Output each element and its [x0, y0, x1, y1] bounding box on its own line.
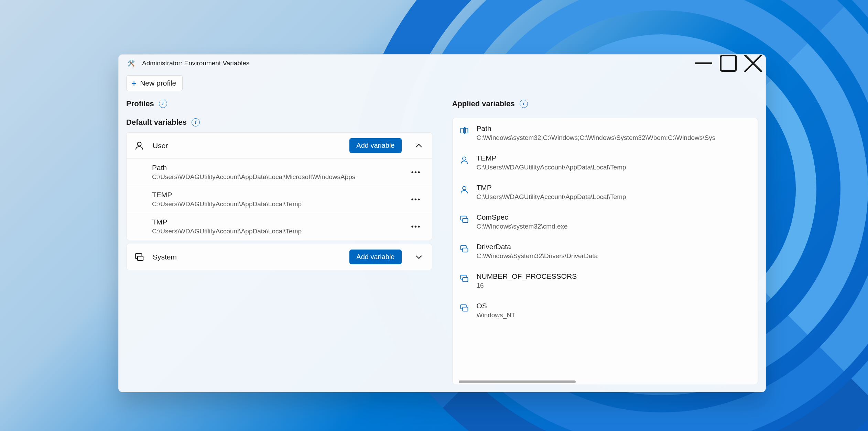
toolbar: + New profile — [119, 72, 766, 99]
default-variables-heading: Default variables — [126, 118, 187, 127]
system-icon — [459, 274, 469, 283]
more-options-button[interactable]: ••• — [408, 220, 424, 233]
system-icon — [459, 244, 469, 254]
applied-variables-heading: Applied variables — [452, 99, 515, 108]
info-icon[interactable]: i — [159, 100, 167, 108]
app-icon: 🛠️ — [127, 59, 135, 67]
more-options-button[interactable]: ••• — [408, 166, 424, 178]
system-group-card: System Add variable — [126, 244, 432, 270]
horizontal-scrollbar[interactable] — [459, 380, 576, 383]
info-icon[interactable]: i — [192, 118, 200, 126]
chevron-down-icon[interactable] — [413, 252, 424, 263]
plus-icon: + — [131, 79, 137, 88]
applied-variable-name: TMP — [477, 184, 750, 192]
user-icon — [459, 185, 469, 195]
user-icon — [459, 155, 469, 165]
system-group-label: System — [153, 253, 341, 261]
profiles-column: Profiles i Default variables i User Add … — [126, 99, 432, 384]
variable-name: TEMP — [152, 191, 408, 199]
rename-icon — [459, 126, 469, 135]
minimize-button[interactable] — [691, 55, 716, 72]
app-window: 🛠️ Administrator: Environment Variables … — [118, 54, 766, 392]
user-group-header[interactable]: User Add variable — [127, 133, 432, 158]
applied-variable-row[interactable]: ComSpecC:\Windows\system32\cmd.exe — [453, 207, 758, 236]
applied-variables-panel[interactable]: PathC:\Windows\system32;C:\Windows;C:\Wi… — [452, 118, 758, 384]
svg-rect-3 — [138, 256, 143, 261]
window-title: Administrator: Environment Variables — [142, 59, 691, 67]
user-group-label: User — [153, 142, 341, 150]
add-variable-system-button[interactable]: Add variable — [349, 250, 401, 264]
svg-rect-5 — [465, 128, 468, 133]
applied-variable-name: ComSpec — [477, 213, 750, 221]
system-icon — [134, 252, 144, 262]
user-group-card: User Add variable Path C:\Users\WDAGUtil… — [126, 132, 432, 240]
system-icon — [459, 214, 469, 224]
applied-variable-name: OS — [477, 302, 750, 310]
new-profile-button[interactable]: + New profile — [126, 75, 183, 91]
svg-rect-11 — [463, 248, 468, 252]
svg-point-7 — [463, 186, 466, 190]
profiles-heading: Profiles — [126, 99, 154, 108]
more-options-button[interactable]: ••• — [408, 193, 424, 206]
svg-rect-0 — [721, 56, 736, 71]
applied-column: Applied variables i PathC:\Windows\syste… — [452, 99, 758, 384]
svg-rect-13 — [463, 278, 468, 282]
applied-variable-value: 16 — [477, 282, 750, 289]
applied-variable-name: DriverData — [477, 243, 750, 251]
variable-row[interactable]: Path C:\Users\WDAGUtilityAccount\AppData… — [127, 158, 432, 186]
applied-variable-row[interactable]: PathC:\Windows\system32;C:\Windows;C:\Wi… — [453, 118, 758, 148]
variable-value: C:\Users\WDAGUtilityAccount\AppData\Loca… — [152, 228, 408, 235]
applied-variable-value: C:\Users\WDAGUtilityAccount\AppData\Loca… — [477, 164, 750, 171]
variable-name: Path — [152, 164, 408, 172]
applied-variable-value: C:\Windows\System32\Drivers\DriverData — [477, 252, 750, 260]
applied-variable-name: Path — [477, 124, 750, 133]
variable-row[interactable]: TMP C:\Users\WDAGUtilityAccount\AppData\… — [127, 213, 432, 240]
variable-row[interactable]: TEMP C:\Users\WDAGUtilityAccount\AppData… — [127, 186, 432, 213]
applied-variable-name: TEMP — [477, 154, 750, 162]
applied-variable-row[interactable]: OSWindows_NT — [453, 296, 758, 325]
svg-rect-15 — [463, 307, 468, 311]
svg-point-6 — [463, 157, 466, 160]
svg-rect-4 — [460, 128, 463, 133]
applied-variable-value: C:\Windows\system32;C:\Windows;C:\Window… — [477, 134, 750, 142]
applied-variable-row[interactable]: TEMPC:\Users\WDAGUtilityAccount\AppData\… — [453, 148, 758, 177]
info-icon[interactable]: i — [520, 100, 528, 108]
applied-variable-value: C:\Users\WDAGUtilityAccount\AppData\Loca… — [477, 193, 750, 201]
applied-variable-value: C:\Windows\system32\cmd.exe — [477, 223, 750, 230]
applied-variable-name: NUMBER_OF_PROCESSORS — [477, 272, 750, 280]
titlebar[interactable]: 🛠️ Administrator: Environment Variables — [119, 55, 766, 72]
svg-rect-9 — [463, 219, 468, 223]
variable-value: C:\Users\WDAGUtilityAccount\AppData\Loca… — [152, 173, 408, 181]
chevron-up-icon[interactable] — [413, 140, 424, 151]
variable-name: TMP — [152, 218, 408, 226]
new-profile-label: New profile — [140, 79, 176, 87]
maximize-button[interactable] — [716, 55, 741, 72]
system-icon — [459, 303, 469, 313]
close-button[interactable] — [741, 55, 766, 72]
applied-variable-row[interactable]: TMPC:\Users\WDAGUtilityAccount\AppData\L… — [453, 177, 758, 207]
add-variable-user-button[interactable]: Add variable — [349, 138, 401, 153]
svg-point-1 — [137, 142, 141, 146]
applied-variable-row[interactable]: NUMBER_OF_PROCESSORS16 — [453, 266, 758, 296]
user-icon — [134, 141, 144, 151]
applied-variable-row[interactable]: DriverDataC:\Windows\System32\Drivers\Dr… — [453, 236, 758, 266]
applied-variable-value: Windows_NT — [477, 311, 750, 319]
system-group-header[interactable]: System Add variable — [127, 244, 432, 270]
variable-value: C:\Users\WDAGUtilityAccount\AppData\Loca… — [152, 200, 408, 208]
